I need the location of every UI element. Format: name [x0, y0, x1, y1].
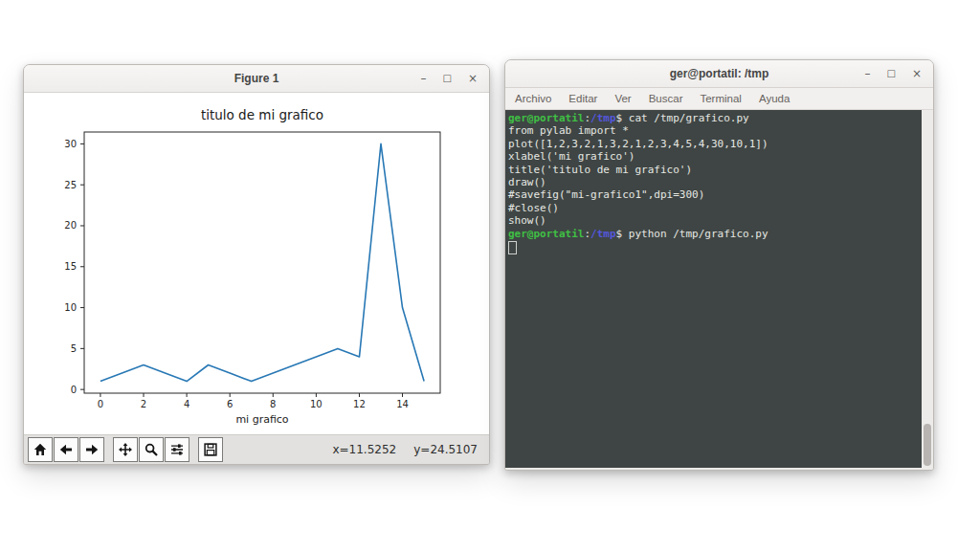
scrollbar-thumb[interactable]: [924, 424, 931, 466]
x-tick-label: 0: [98, 399, 103, 409]
floppy-disk-icon: [204, 443, 217, 456]
chart-line: [100, 143, 424, 381]
x-tick-label: 4: [184, 399, 189, 409]
save-group: [198, 437, 223, 462]
terminal-line: show(): [508, 214, 922, 227]
arrow-right-icon: [85, 443, 99, 456]
close-button[interactable]: ×: [468, 73, 478, 84]
figure-window-title: Figure 1: [24, 72, 489, 85]
terminal-line: title('titulo de mi grafico'): [508, 164, 922, 176]
nav-history-group: [28, 437, 104, 462]
scrollbar[interactable]: [922, 110, 933, 468]
forward-button[interactable]: [79, 437, 104, 462]
figure-titlebar[interactable]: Figure 1 – □ ×: [24, 65, 489, 93]
y-tick-label: 0: [71, 385, 77, 395]
terminal-line: ger@portatil:/tmp$ cat /tmp/grafico.py: [508, 112, 922, 124]
minimize-button[interactable]: –: [864, 68, 870, 79]
terminal-titlebar[interactable]: ger@portatil: /tmp – □ ×: [505, 60, 933, 88]
x-tick-label: 12: [353, 399, 366, 409]
status-x: x=11.5252: [332, 443, 396, 456]
plot-canvas[interactable]: 02468101214051015202530titulo de mi graf…: [24, 93, 489, 434]
terminal-line: #savefig("mi-grafico1",dpi=300): [508, 188, 922, 201]
y-tick-label: 15: [64, 261, 77, 272]
terminal-line: from pylab import *: [508, 124, 922, 137]
figure-window: Figure 1 – □ × 02468101214051015202530ti…: [23, 64, 490, 465]
terminal-line: plot([1,2,3,2,1,3,2,1,2,3,4,5,4,30,10,1]…: [508, 138, 922, 150]
maximize-button[interactable]: □: [886, 68, 895, 79]
x-tick-label: 8: [270, 399, 276, 409]
menu-archivo[interactable]: Archivo: [515, 93, 551, 104]
x-tick-label: 6: [227, 399, 233, 409]
close-button[interactable]: ×: [912, 68, 922, 79]
pan-button[interactable]: [113, 437, 138, 462]
cursor-coordinates: x=11.5252 y=24.5107: [332, 443, 478, 456]
figure-window-controls: – □ ×: [420, 73, 478, 84]
magnifier-icon: [145, 443, 158, 456]
terminal-body: ger@portatil:/tmp$ cat /tmp/grafico.pyfr…: [505, 110, 933, 470]
axes-box: [84, 132, 440, 393]
status-y: y=24.5107: [413, 443, 478, 456]
terminal-line: draw(): [508, 176, 922, 188]
menu-ayuda[interactable]: Ayuda: [759, 93, 790, 104]
arrow-left-icon: [59, 443, 73, 456]
y-tick-label: 25: [64, 180, 77, 190]
configure-subplots-button[interactable]: [165, 437, 189, 462]
chart-title: titulo de mi grafico: [201, 107, 323, 122]
nav-tools-group: [113, 437, 189, 462]
menu-buscar[interactable]: Buscar: [649, 93, 683, 104]
home-icon: [33, 443, 47, 456]
y-tick-label: 20: [64, 220, 77, 231]
maximize-button[interactable]: □: [442, 73, 451, 84]
x-tick-label: 2: [141, 399, 146, 409]
zoom-button[interactable]: [139, 437, 164, 462]
chart-xlabel: mi grafico: [235, 413, 288, 426]
terminal-line: #close(): [508, 202, 922, 214]
matplotlib-toolbar: x=11.5252 y=24.5107: [24, 434, 489, 464]
y-tick-label: 30: [64, 139, 77, 149]
sliders-icon: [170, 443, 184, 456]
line-chart: 02468101214051015202530titulo de mi graf…: [24, 93, 489, 434]
y-tick-label: 10: [64, 302, 77, 313]
x-tick-label: 14: [396, 399, 409, 409]
x-tick-label: 10: [310, 399, 323, 409]
terminal-menubar: Archivo Editar Ver Buscar Terminal Ayuda: [505, 88, 933, 110]
terminal-line: xlabel('mi grafico'): [508, 150, 922, 163]
terminal-line: ger@portatil:/tmp$ python /tmp/grafico.p…: [508, 228, 922, 240]
home-button[interactable]: [28, 437, 53, 462]
terminal-cursor: [508, 241, 517, 254]
cursor-line: [508, 240, 922, 254]
menu-editar[interactable]: Editar: [568, 93, 597, 104]
terminal-window: ger@portatil: /tmp – □ × Archivo Editar …: [504, 59, 934, 471]
menu-terminal[interactable]: Terminal: [700, 93, 741, 104]
minimize-button[interactable]: –: [420, 73, 426, 84]
menu-ver[interactable]: Ver: [614, 93, 631, 104]
terminal-content[interactable]: ger@portatil:/tmp$ cat /tmp/grafico.pyfr…: [505, 110, 922, 468]
terminal-window-controls: – □ ×: [864, 68, 922, 79]
back-button[interactable]: [54, 437, 78, 462]
pan-move-icon: [119, 443, 132, 456]
save-button[interactable]: [198, 437, 223, 462]
y-tick-label: 5: [71, 343, 77, 354]
